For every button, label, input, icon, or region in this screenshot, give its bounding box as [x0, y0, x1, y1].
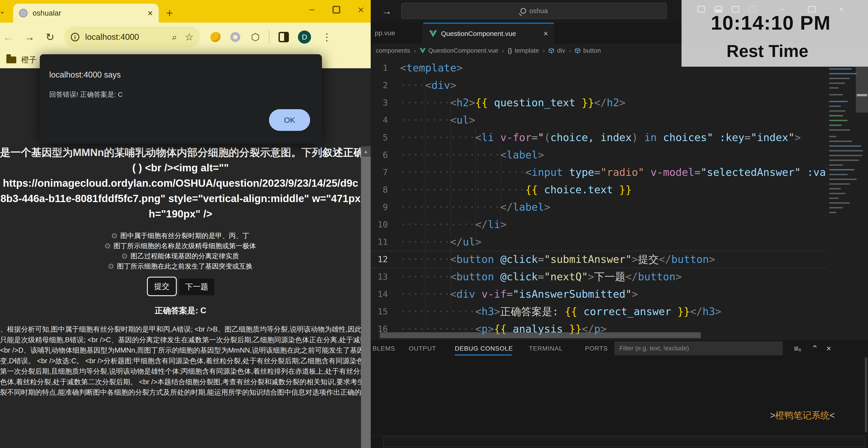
code-line[interactable]: ················<label>	[371, 146, 868, 164]
code-line[interactable]: ············<h3>正确答案是: {{ correct_answer…	[371, 303, 868, 320]
page-scrollbar[interactable]: ▲ ▼	[361, 146, 371, 448]
maximize-panel-icon[interactable]: ⌃	[811, 343, 818, 354]
breadcrumb-item[interactable]: {}template	[508, 47, 539, 54]
extension-ring-icon[interactable]	[230, 32, 240, 42]
code-line[interactable]: ············</li>	[371, 216, 868, 233]
bookmark-folder-label[interactable]: 橙子	[21, 55, 37, 65]
minimap-line	[829, 207, 843, 209]
maximize-icon[interactable]	[333, 6, 340, 13]
question-title: 是一个基因型为MMNn的某哺乳动物体内部分细胞的分裂示意图。下列叙述正确( ) …	[0, 145, 361, 222]
option-label: 图中属于细胞有丝分裂时期的是甲、丙、丁	[121, 230, 249, 241]
folder-icon[interactable]	[6, 57, 16, 63]
panel-tab-terminal[interactable]: TERMINAL	[529, 343, 563, 354]
code-line[interactable]: ········<div v-if="isAnswerSubmitted">	[371, 286, 868, 303]
scroll-up-icon[interactable]: ▲	[361, 146, 371, 157]
menu-dots-icon[interactable]: ⋮	[322, 32, 332, 42]
radio-icon[interactable]	[122, 254, 127, 259]
side-panel-icon[interactable]	[278, 32, 289, 42]
horizontal-scrollbar[interactable]	[380, 332, 701, 338]
tab-app-vue[interactable]: pp.vue	[371, 23, 423, 43]
address-url[interactable]: localhost:4000	[85, 32, 172, 42]
code-line[interactable]: ········</ul>	[371, 233, 868, 251]
next-question-button[interactable]: 下一题	[179, 279, 214, 295]
code-line[interactable]: ········<button @click="submitAnswer">提交…	[371, 251, 868, 268]
tab-close-icon[interactable]: ×	[148, 8, 153, 18]
submit-button[interactable]: 提交	[147, 277, 177, 296]
code-line[interactable]: ············<li v-for="(choice, index) i…	[371, 129, 868, 146]
back-icon[interactable]: ←	[3, 32, 13, 42]
tab-search-chevron-icon[interactable]: ⌄	[0, 7, 6, 15]
clock-label: Rest Time	[682, 41, 853, 61]
answer-option[interactable]: 图丁所示细胞的名称是次级精母细胞或第一极体	[0, 241, 361, 251]
minimap-line	[829, 94, 843, 95]
minimap-line	[829, 155, 862, 156]
clock-overlay: − × 10:14:10 PM Rest Time	[682, 0, 868, 67]
code-line[interactable]: ········<h2>{{ question_text }}</h2>	[371, 94, 868, 111]
radio-icon[interactable]	[108, 264, 114, 269]
reload-icon[interactable]: ↻	[46, 32, 55, 42]
dialog-ok-button[interactable]: OK	[269, 109, 310, 131]
minimize-icon[interactable]: −	[309, 4, 315, 15]
search-value: oshua	[529, 7, 548, 15]
breadcrumb-item[interactable]: QuestionComponent.vue	[420, 47, 498, 54]
analysis-line: 色体,着丝粒分裂,处于减数第二次分裂后期。 <br />本题结合细胞分裂图,考查…	[0, 377, 361, 387]
minimap-line	[829, 169, 855, 170]
panel-scrollbar[interactable]	[865, 358, 867, 432]
address-bar[interactable]: i localhost:4000 ⌕ ☆	[64, 27, 200, 47]
forward-nav-icon[interactable]: →	[381, 5, 392, 17]
vertical-scrollbar[interactable]	[856, 67, 868, 113]
console-filter-input[interactable]	[614, 341, 783, 355]
browser-frame: ⌄ oshualar × + − ×	[0, 0, 371, 23]
bookmark-star-icon[interactable]: ☆	[185, 32, 193, 42]
panel-tab-ports[interactable]: PORTS	[585, 343, 608, 354]
analysis-text: 、根据分析可知,图中属于细胞有丝分裂时期的是甲和丙,A错误; <br />B、图…	[0, 324, 361, 398]
forward-icon[interactable]: →	[24, 32, 35, 42]
radio-icon[interactable]	[112, 233, 117, 238]
command-center-search[interactable]: oshua	[401, 3, 667, 19]
extensions-puzzle-icon[interactable]: ⬡	[251, 32, 260, 42]
breadcrumb-item[interactable]: components	[376, 47, 410, 54]
question-text-line: https://onimagecloud.ordylan.com/OSHUA/q…	[0, 175, 361, 191]
panel-tab-output[interactable]: OUTPUT	[409, 343, 436, 354]
extension-icon[interactable]	[211, 32, 220, 42]
browser-tab[interactable]: oshualar ×	[13, 4, 159, 23]
tab-question-component[interactable]: QuestionComponent.vue ×	[423, 23, 554, 43]
close-icon[interactable]: ×	[358, 4, 364, 15]
answer-option[interactable]: 图乙过程能体现基因的分离定律实质	[0, 251, 361, 261]
profile-avatar[interactable]: D	[298, 31, 311, 44]
close-panel-icon[interactable]: ×	[827, 343, 831, 354]
code-lines: <template>····<div>········<h2>{{ questi…	[371, 59, 868, 338]
analysis-line: <br />D、该哺乳动物体细胞基因型为MMNn,而图丁所示的细胞的基因型为Mm…	[0, 345, 361, 356]
question-text-line: h="190px" />	[0, 206, 361, 222]
breadcrumb-item[interactable]: button	[575, 47, 601, 54]
breadcrumb-separator: ›	[414, 47, 416, 55]
code-line[interactable]: ····<div>	[371, 76, 868, 94]
minimap-line	[829, 140, 852, 142]
word-wrap-icon[interactable]: ≡x	[794, 343, 801, 356]
code-line[interactable]: ········<button @click="nextQ">下一题</butt…	[371, 268, 868, 286]
question-text-line: ( ) <br /><img alt=""	[0, 160, 361, 175]
code-line[interactable]: ················</label>	[371, 198, 868, 216]
code-editor[interactable]: 12345678910111213141516 <template>····<d…	[371, 58, 868, 339]
breadcrumb-item[interactable]: div	[548, 47, 565, 54]
panel-tab-blems[interactable]: BLEMS	[373, 343, 395, 354]
clock-time: 10:14:10 PM	[682, 11, 860, 34]
console-divider	[371, 435, 868, 436]
site-info-icon[interactable]: i	[71, 33, 79, 41]
bottom-panel: BLEMSOUTPUTDEBUG CONSOLETERMINALPORTS ≡x…	[371, 339, 868, 448]
zoom-icon[interactable]: ⌕	[172, 33, 177, 41]
debug-repl-input[interactable]	[383, 437, 865, 447]
answer-option[interactable]: 图中属于细胞有丝分裂时期的是甲、丙、丁	[0, 230, 361, 241]
radio-icon[interactable]	[105, 244, 110, 248]
code-line[interactable]: ········<ul>	[371, 111, 868, 129]
code-line[interactable]: ····················{{ choice.text }}	[371, 181, 868, 198]
question-text-line: 是一个基因型为MMNn的某哺乳动物体内部分细胞的分裂示意图。下列叙述正确	[0, 145, 361, 160]
panel-tab-debug-console[interactable]: DEBUG CONSOLE	[455, 343, 513, 354]
code-line[interactable]: ····················<input type="radio" …	[371, 164, 868, 181]
answer-option[interactable]: 图丁所示细胞在此之前发生了基因突变或互换	[0, 261, 361, 271]
browser-window: ⌄ oshualar × + − × ← → ↻ i localhost:400…	[0, 0, 371, 448]
scrollbar-thumb[interactable]	[361, 157, 371, 448]
tab-close-icon[interactable]: ×	[544, 29, 548, 38]
new-tab-button[interactable]: +	[166, 7, 173, 19]
dialog-title: localhost:4000 says	[49, 70, 121, 79]
